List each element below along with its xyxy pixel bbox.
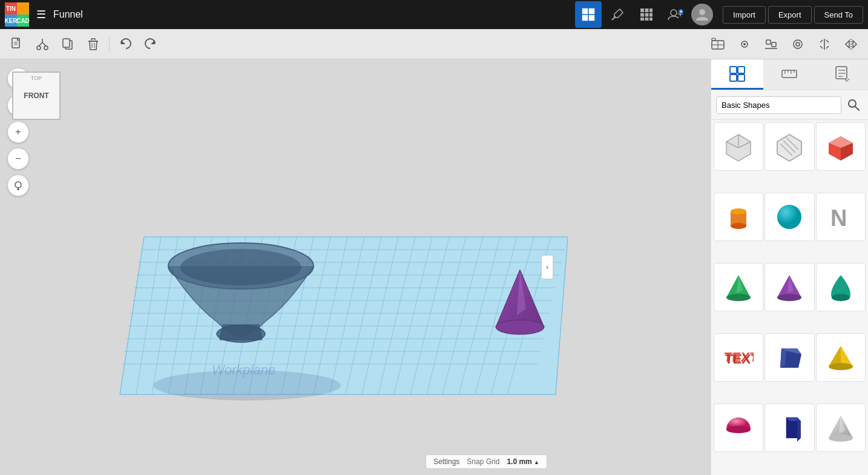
svg-point-19 — [699, 9, 705, 15]
shape-cone-green[interactable] — [714, 263, 763, 311]
svg-rect-107 — [738, 67, 745, 73]
svg-line-50 — [826, 46, 829, 48]
distribute-icon — [791, 38, 804, 51]
svg-marker-53 — [853, 41, 856, 48]
svg-rect-10 — [640, 18, 644, 21]
fit-view-btn[interactable] — [7, 174, 29, 196]
undo-icon — [119, 38, 132, 51]
right-panel: Basic Shapes — [711, 59, 868, 475]
shape-cylinder[interactable] — [714, 193, 763, 241]
logo[interactable]: TIN KER CAD — [5, 2, 29, 27]
undo-btn[interactable] — [113, 32, 137, 56]
svg-rect-0 — [582, 8, 588, 14]
shape-box-solid[interactable] — [816, 122, 866, 171]
svg-line-26 — [42, 42, 46, 46]
redo-btn[interactable] — [139, 32, 163, 56]
view-light-btn[interactable] — [732, 32, 757, 56]
panel-tabs — [711, 59, 868, 90]
toolbar-sep-1 — [109, 35, 110, 53]
distribute-btn[interactable] — [786, 32, 810, 56]
modules-icon — [640, 8, 653, 21]
import-button[interactable]: Import — [723, 6, 766, 24]
search-icon — [847, 99, 860, 111]
viewport[interactable]: TOP FRONT — [0, 59, 711, 475]
mirror-btn[interactable] — [839, 32, 863, 56]
shape-wedge-blue[interactable] — [764, 333, 814, 382]
cube-front-label: FRONT — [24, 91, 48, 100]
nav-modules-btn[interactable] — [633, 1, 660, 28]
shape-box-tall[interactable] — [764, 404, 814, 452]
user-area[interactable] — [691, 4, 713, 25]
svg-point-144 — [832, 294, 850, 301]
tab-ruler[interactable] — [763, 59, 815, 90]
grid-icon — [582, 8, 595, 21]
svg-point-119 — [849, 100, 856, 107]
svg-marker-34 — [151, 40, 155, 44]
snap-grid-value[interactable]: 1.0 mm ▲ — [507, 457, 539, 466]
settings-label[interactable]: Settings — [433, 457, 459, 466]
delete-btn[interactable] — [81, 32, 105, 56]
svg-rect-12 — [649, 18, 653, 21]
svg-point-23 — [37, 46, 41, 50]
new-btn[interactable] — [5, 32, 29, 56]
app-title-area: ☰ Funnel — [36, 8, 83, 21]
svg-text:TEXT: TEXT — [725, 351, 754, 367]
top-nav: TIN KER CAD ☰ Funnel — [0, 0, 868, 29]
svg-line-120 — [855, 107, 859, 110]
shapes-category-select[interactable]: Basic Shapes — [716, 96, 841, 114]
align-icon — [764, 38, 778, 51]
shape-text-3d[interactable]: TEXT TEXT — [714, 333, 763, 382]
group-btn[interactable] — [812, 32, 837, 56]
shape-pyramid-yellow[interactable] — [816, 333, 866, 382]
svg-rect-42 — [772, 42, 776, 47]
svg-point-152 — [829, 363, 853, 370]
shape-cone-teal[interactable] — [816, 263, 866, 311]
shape-sphere[interactable] — [764, 193, 814, 241]
shape-cone-purple[interactable] — [764, 263, 814, 311]
svg-point-153 — [726, 426, 751, 433]
shape-box-hole[interactable] — [764, 122, 814, 171]
cut-icon — [36, 38, 49, 51]
zoom-out-btn[interactable]: − — [7, 148, 29, 170]
svg-marker-52 — [846, 41, 849, 48]
settings-bar: Settings Snap Grid 1.0 mm ▲ — [426, 454, 547, 469]
svg-rect-5 — [645, 8, 649, 12]
tab-notes[interactable] — [816, 59, 868, 90]
app-title: Funnel — [53, 9, 83, 20]
logo-cad: CAD — [17, 15, 29, 27]
svg-rect-41 — [766, 40, 771, 44]
svg-line-47 — [820, 40, 823, 42]
shape-cone-grey[interactable] — [816, 404, 866, 452]
svg-rect-29 — [63, 39, 70, 47]
shape-box-outline[interactable] — [714, 122, 763, 171]
send-to-button[interactable]: Send To — [814, 6, 863, 24]
align-btn[interactable] — [759, 32, 783, 56]
hamburger-icon[interactable]: ☰ — [36, 8, 46, 21]
svg-marker-33 — [121, 40, 125, 44]
export-button[interactable]: Export — [768, 6, 812, 24]
main-area: ⌂ + − TOP FRONT — [0, 59, 868, 475]
svg-point-134 — [731, 208, 746, 214]
tools-icon — [611, 8, 624, 21]
panel-collapse-btn[interactable]: › — [541, 255, 553, 279]
view-camera-btn[interactable] — [706, 32, 730, 56]
user-avatar — [691, 4, 713, 25]
zoom-in-btn[interactable]: + — [7, 121, 29, 143]
shape-letter-n[interactable]: N — [816, 193, 866, 241]
shape-half-sphere[interactable] — [714, 404, 763, 452]
shapes-search-btn[interactable] — [844, 95, 863, 115]
svg-rect-8 — [645, 13, 649, 17]
redo-icon — [144, 38, 157, 51]
ruler-tab-icon — [781, 65, 798, 82]
nav-grid-btn[interactable] — [575, 1, 602, 28]
svg-line-49 — [820, 46, 823, 48]
cube-top-label: TOP — [31, 75, 42, 81]
nav-tools-btn[interactable] — [604, 1, 631, 28]
tab-shapes[interactable] — [711, 59, 763, 90]
svg-point-45 — [796, 42, 800, 46]
nav-user-add-btn[interactable] — [662, 1, 689, 28]
copy-btn[interactable] — [56, 32, 80, 56]
svg-point-104 — [496, 320, 544, 334]
cut-btn[interactable] — [30, 32, 54, 56]
svg-point-101 — [180, 249, 301, 285]
